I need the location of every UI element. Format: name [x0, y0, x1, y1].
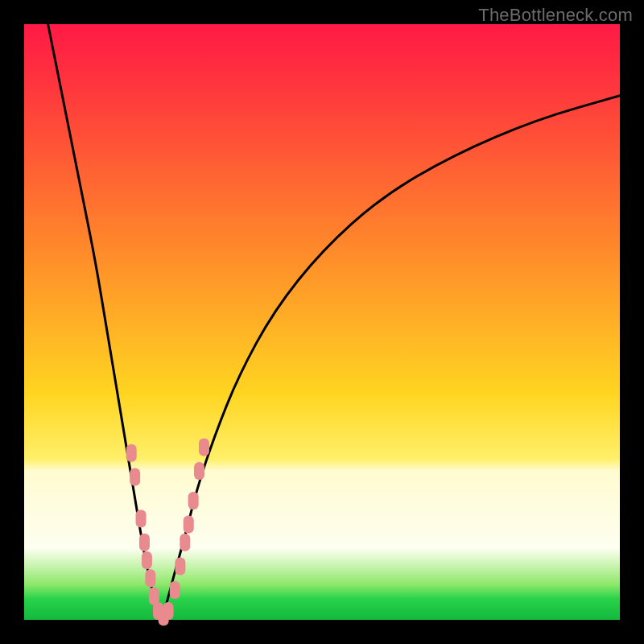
watermark-text: TheBottleneck.com [478, 5, 633, 26]
gradient-plot-area [24, 24, 620, 620]
curve-right-branch [161, 96, 620, 620]
curve-marker [145, 569, 155, 587]
curve-marker [130, 468, 140, 485]
curve-marker [136, 510, 147, 527]
curve-marker [139, 534, 150, 551]
curve-marker [188, 492, 199, 510]
curve-marker [199, 438, 209, 456]
outer-frame: TheBottleneck.com [0, 0, 644, 644]
curve-marker [180, 534, 190, 551]
curve-marker [163, 602, 174, 620]
curve-marker [126, 444, 137, 462]
curve-marker [194, 462, 204, 480]
bottleneck-curve-svg [24, 24, 620, 620]
curve-left-branch [48, 24, 162, 620]
curve-marker [184, 516, 194, 534]
curve-marker [142, 551, 152, 569]
curve-marker [175, 557, 185, 575]
curve-marker [170, 581, 180, 599]
